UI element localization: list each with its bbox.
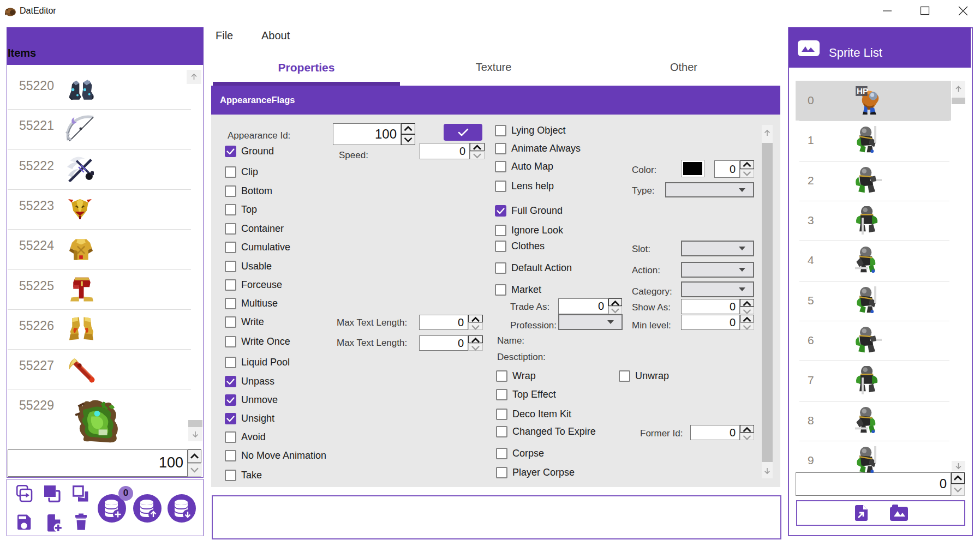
- svg-text:HP: HP: [857, 86, 868, 95]
